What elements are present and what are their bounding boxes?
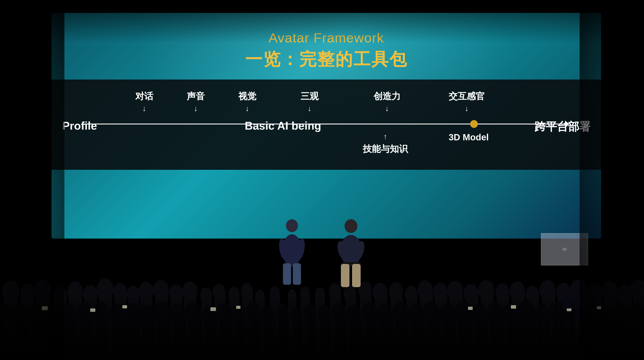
svg-rect-5 xyxy=(293,263,301,285)
label-shijue: 视觉 ↓ xyxy=(238,90,256,113)
main-line xyxy=(84,124,569,124)
chuangzaoli-text: 创造力 xyxy=(374,90,400,102)
3dmodel-text: 3D Model xyxy=(449,132,489,142)
svg-rect-9 xyxy=(341,264,350,287)
label-duihua: 对话 ↓ xyxy=(135,90,153,113)
label-sanguan: 三观 ↓ xyxy=(300,90,318,113)
stage-people xyxy=(277,217,367,288)
sanguan-arrow: ↓ xyxy=(308,104,312,113)
basic-ai-label: Basic AI being xyxy=(245,119,321,132)
svg-rect-4 xyxy=(283,263,291,285)
duihua-arrow: ↓ xyxy=(142,104,146,113)
line-arrow xyxy=(565,121,569,127)
monitor-text: Mi xyxy=(563,247,567,252)
label-jineng: ↑ 技能与知识 xyxy=(363,132,408,155)
jiaohu-arrow: ↓ xyxy=(465,104,468,113)
label-shengyin: 声音 ↓ xyxy=(187,90,205,113)
label-3dmodel: 3D Model xyxy=(449,132,489,142)
svg-rect-10 xyxy=(352,264,361,287)
node-dot xyxy=(470,120,478,128)
shijue-text: 视觉 xyxy=(238,90,256,102)
label-jiaohu: 交互感官 ↓ xyxy=(449,90,485,113)
svg-point-6 xyxy=(344,219,358,233)
duihua-text: 对话 xyxy=(135,90,153,102)
profile-label: Profile xyxy=(62,119,97,132)
diagram-band: Profile Basic AI being 跨平台部署 对话 ↓ 声音 ↓ xyxy=(52,80,601,170)
vignette-top xyxy=(0,0,644,43)
presentation-screen: Avatar Framework 一览：完整的工具包 Profile Basic… xyxy=(52,13,601,239)
person-1 xyxy=(277,217,307,286)
jineng-arrow: ↑ xyxy=(384,132,387,141)
diagram-inner: Profile Basic AI being 跨平台部署 对话 ↓ 声音 ↓ xyxy=(58,84,595,165)
presentation-scene: Avatar Framework 一览：完整的工具包 Profile Basic… xyxy=(0,0,644,360)
svg-point-0 xyxy=(286,219,298,232)
jineng-text: 技能与知识 xyxy=(363,143,408,155)
jiaohu-text: 交互感官 xyxy=(449,90,485,102)
vignette-bottom xyxy=(0,295,644,360)
shijue-arrow: ↓ xyxy=(245,104,249,113)
sanguan-text: 三观 xyxy=(300,90,318,102)
label-chuangzaoli: 创造力 ↓ xyxy=(374,90,400,113)
chuangzaoli-arrow: ↓ xyxy=(385,104,389,113)
shengyin-text: 声音 xyxy=(187,90,205,102)
shengyin-arrow: ↓ xyxy=(194,104,198,113)
title-chinese: 一览：完整的工具包 xyxy=(52,48,601,71)
person-2 xyxy=(335,217,367,288)
